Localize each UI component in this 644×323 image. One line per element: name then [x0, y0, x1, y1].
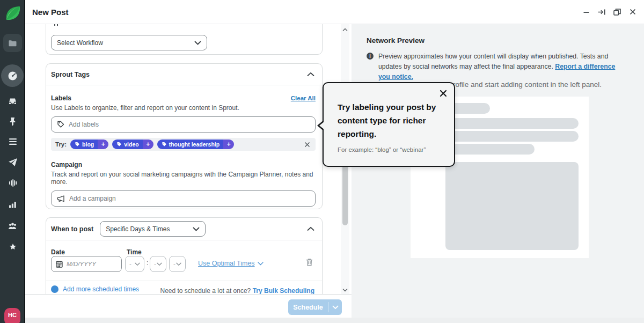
time-separator: : [147, 259, 148, 267]
add-tag-plus-icon: + [223, 140, 234, 149]
pin-icon [9, 117, 17, 126]
schedule-split-button[interactable]: Schedule [288, 299, 342, 315]
dismiss-suggestions-icon[interactable] [304, 142, 310, 148]
scroll-up-icon[interactable] [341, 25, 349, 34]
restore-button[interactable] [612, 7, 622, 17]
gauge-icon [8, 71, 18, 81]
time-minute-select[interactable]: - [150, 256, 166, 272]
plus-circle-icon: + [51, 285, 58, 293]
scroll-down-icon[interactable] [341, 285, 349, 294]
schedule-options-button[interactable] [328, 299, 342, 315]
time-hour-select[interactable]: - [125, 256, 144, 272]
close-icon[interactable] [628, 7, 638, 17]
suggested-tags-bar: Try: blog + video + thought leadership + [51, 138, 316, 151]
tooltip-close-icon[interactable] [440, 90, 447, 97]
sprout-tags-card: Sprout Tags Labels Clear All Use Labels … [46, 63, 323, 209]
sidebar-item-pinned[interactable] [0, 116, 25, 127]
preview-info: i Preview approximates how your content … [367, 52, 627, 82]
calendar-icon [56, 260, 63, 268]
bottom-strip [25, 318, 644, 323]
workspace-folder-button[interactable] [3, 34, 22, 52]
suggested-tags: blog + video + thought leadership + [70, 140, 234, 149]
sidebar-item-feeds[interactable] [0, 136, 25, 147]
time-label: Time [127, 248, 142, 256]
people-icon [8, 223, 17, 230]
time-meridiem-select[interactable]: - [169, 256, 186, 272]
sidebar-item-reports[interactable] [0, 199, 25, 210]
section-title: Sprout Tags [51, 71, 90, 78]
clear-all-link[interactable]: Clear All [291, 95, 316, 101]
skeleton-bar [445, 144, 535, 155]
bulk-prompt: Need to schedule a lot at once? [160, 287, 251, 294]
optimal-times-label: Use Optimal Times [198, 260, 255, 267]
schedule-button[interactable]: Schedule [288, 299, 328, 315]
sprout-tags-header: Sprout Tags [46, 64, 322, 85]
tag-icon [75, 142, 80, 147]
schedule-type-select[interactable]: Specific Days & Times [100, 221, 206, 237]
when-to-post-card: When to post Specific Days & Times Date … [46, 217, 323, 294]
sidebar-item-favorites[interactable] [0, 241, 25, 252]
add-campaign-input[interactable] [69, 195, 310, 202]
skeleton-bar [445, 118, 579, 129]
network-preview-panel: Network Preview i Preview approximates h… [352, 24, 644, 318]
add-campaign-field[interactable] [51, 190, 316, 207]
clipped-label-fragment [54, 24, 61, 26]
suggested-tag-pill[interactable]: thought leadership + [157, 140, 235, 149]
composer-footer: Schedule [25, 294, 352, 318]
add-more-times-label: Add more scheduled times [63, 285, 139, 293]
megaphone-icon [57, 195, 65, 202]
tag-label: thought leadership [169, 141, 220, 148]
collapse-section-button[interactable] [307, 226, 314, 231]
waveform-icon [9, 179, 17, 187]
time-meridiem-value: - [173, 261, 175, 267]
divider [46, 281, 322, 281]
window-controls [581, 7, 644, 17]
use-optimal-times-link[interactable]: Use Optimal Times [198, 260, 264, 267]
labels-description: Use Labels to organize, filter and repor… [51, 104, 316, 112]
tag-icon [116, 142, 122, 147]
try-label: Try: [55, 141, 67, 148]
scrollbar-thumb[interactable] [342, 158, 348, 225]
date-label: Date [51, 248, 65, 256]
when-to-post-header: When to post Specific Days & Times [46, 218, 322, 240]
sidebar-item-dashboard[interactable] [1, 64, 24, 87]
page-title: New Post [32, 8, 69, 17]
minimize-button[interactable] [581, 7, 591, 17]
info-icon: i [367, 53, 374, 60]
add-more-times-link[interactable]: + Add more scheduled times [51, 285, 139, 293]
skeleton-bar [445, 131, 579, 142]
sidebar-item-audience[interactable] [0, 221, 25, 231]
bulk-scheduling-link[interactable]: Try Bulk Scheduling [253, 287, 314, 294]
sidebar-item-inbox[interactable] [0, 96, 25, 106]
list-icon [9, 138, 17, 145]
tag-label: blog [82, 141, 94, 148]
workflow-select[interactable]: Select Workflow [51, 35, 207, 50]
delete-schedule-row-icon[interactable] [305, 258, 313, 267]
add-labels-input[interactable] [69, 121, 310, 128]
workflow-card: Select Workflow [46, 24, 323, 55]
add-labels-field[interactable] [51, 116, 316, 133]
sidebar-item-listening[interactable] [0, 178, 25, 188]
sprout-leaf-logo-icon [4, 4, 22, 23]
composer-panel: Select Workflow Sprout Tags Labels Clear… [25, 24, 352, 294]
date-field[interactable] [51, 256, 122, 272]
network-preview-title: Network Preview [367, 36, 425, 45]
inbox-icon [8, 97, 17, 105]
labels-title: Labels [51, 94, 71, 102]
folder-icon [8, 39, 17, 47]
suggested-tag-pill[interactable]: video + [112, 140, 153, 149]
add-tag-plus-icon: + [143, 140, 153, 149]
collapse-section-button[interactable] [307, 72, 314, 77]
snap-right-button[interactable] [597, 7, 606, 17]
send-icon [8, 158, 18, 167]
sidebar-item-publishing[interactable] [0, 157, 25, 167]
campaign-description: Track and report on your social marketin… [51, 171, 316, 186]
tag-icon [57, 121, 64, 128]
user-avatar[interactable]: HC [4, 308, 20, 323]
chevron-down-icon [193, 227, 200, 231]
date-input[interactable] [67, 261, 109, 267]
campaign-title: Campaign [51, 161, 316, 168]
time-minute-value: - [154, 261, 156, 267]
suggested-tag-pill[interactable]: blog + [70, 140, 108, 149]
window-header: New Post [25, 0, 644, 24]
